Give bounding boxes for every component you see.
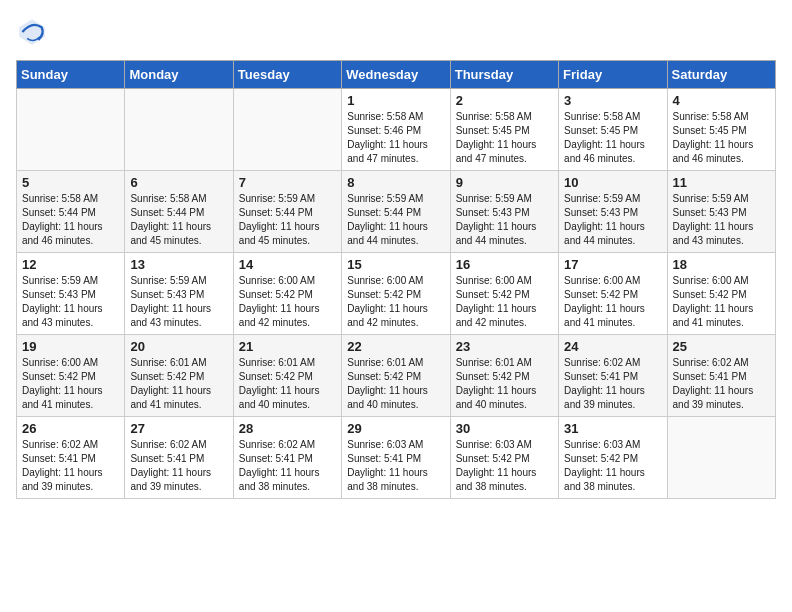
day-info: Sunrise: 5:59 AM Sunset: 5:44 PM Dayligh… xyxy=(347,192,444,248)
calendar-cell: 20Sunrise: 6:01 AM Sunset: 5:42 PM Dayli… xyxy=(125,335,233,417)
calendar-header: SundayMondayTuesdayWednesdayThursdayFrid… xyxy=(17,61,776,89)
calendar-cell: 26Sunrise: 6:02 AM Sunset: 5:41 PM Dayli… xyxy=(17,417,125,499)
day-number: 29 xyxy=(347,421,444,436)
day-number: 18 xyxy=(673,257,770,272)
day-number: 22 xyxy=(347,339,444,354)
day-info: Sunrise: 6:00 AM Sunset: 5:42 PM Dayligh… xyxy=(239,274,336,330)
day-number: 1 xyxy=(347,93,444,108)
calendar-cell: 19Sunrise: 6:00 AM Sunset: 5:42 PM Dayli… xyxy=(17,335,125,417)
calendar-cell: 31Sunrise: 6:03 AM Sunset: 5:42 PM Dayli… xyxy=(559,417,667,499)
calendar-cell: 16Sunrise: 6:00 AM Sunset: 5:42 PM Dayli… xyxy=(450,253,558,335)
calendar-cell: 12Sunrise: 5:59 AM Sunset: 5:43 PM Dayli… xyxy=(17,253,125,335)
day-info: Sunrise: 5:58 AM Sunset: 5:45 PM Dayligh… xyxy=(564,110,661,166)
calendar-cell: 9Sunrise: 5:59 AM Sunset: 5:43 PM Daylig… xyxy=(450,171,558,253)
day-info: Sunrise: 5:59 AM Sunset: 5:43 PM Dayligh… xyxy=(673,192,770,248)
day-info: Sunrise: 5:58 AM Sunset: 5:44 PM Dayligh… xyxy=(22,192,119,248)
day-info: Sunrise: 6:01 AM Sunset: 5:42 PM Dayligh… xyxy=(130,356,227,412)
day-number: 21 xyxy=(239,339,336,354)
day-info: Sunrise: 5:58 AM Sunset: 5:45 PM Dayligh… xyxy=(456,110,553,166)
calendar-cell: 2Sunrise: 5:58 AM Sunset: 5:45 PM Daylig… xyxy=(450,89,558,171)
calendar-cell: 10Sunrise: 5:59 AM Sunset: 5:43 PM Dayli… xyxy=(559,171,667,253)
calendar-cell: 21Sunrise: 6:01 AM Sunset: 5:42 PM Dayli… xyxy=(233,335,341,417)
calendar-body: 1Sunrise: 5:58 AM Sunset: 5:46 PM Daylig… xyxy=(17,89,776,499)
day-info: Sunrise: 6:01 AM Sunset: 5:42 PM Dayligh… xyxy=(239,356,336,412)
day-info: Sunrise: 6:00 AM Sunset: 5:42 PM Dayligh… xyxy=(456,274,553,330)
day-number: 19 xyxy=(22,339,119,354)
day-info: Sunrise: 6:02 AM Sunset: 5:41 PM Dayligh… xyxy=(239,438,336,494)
day-info: Sunrise: 6:00 AM Sunset: 5:42 PM Dayligh… xyxy=(564,274,661,330)
calendar-table: SundayMondayTuesdayWednesdayThursdayFrid… xyxy=(16,60,776,499)
day-number: 6 xyxy=(130,175,227,190)
day-number: 27 xyxy=(130,421,227,436)
day-number: 28 xyxy=(239,421,336,436)
page-header xyxy=(16,16,776,48)
day-number: 4 xyxy=(673,93,770,108)
calendar-cell: 30Sunrise: 6:03 AM Sunset: 5:42 PM Dayli… xyxy=(450,417,558,499)
calendar-cell xyxy=(233,89,341,171)
calendar-cell: 29Sunrise: 6:03 AM Sunset: 5:41 PM Dayli… xyxy=(342,417,450,499)
weekday-header-sunday: Sunday xyxy=(17,61,125,89)
calendar-cell: 22Sunrise: 6:01 AM Sunset: 5:42 PM Dayli… xyxy=(342,335,450,417)
calendar-cell: 6Sunrise: 5:58 AM Sunset: 5:44 PM Daylig… xyxy=(125,171,233,253)
calendar-cell: 7Sunrise: 5:59 AM Sunset: 5:44 PM Daylig… xyxy=(233,171,341,253)
day-number: 16 xyxy=(456,257,553,272)
day-number: 31 xyxy=(564,421,661,436)
calendar-cell: 15Sunrise: 6:00 AM Sunset: 5:42 PM Dayli… xyxy=(342,253,450,335)
calendar-cell: 4Sunrise: 5:58 AM Sunset: 5:45 PM Daylig… xyxy=(667,89,775,171)
day-number: 2 xyxy=(456,93,553,108)
day-number: 9 xyxy=(456,175,553,190)
day-info: Sunrise: 6:00 AM Sunset: 5:42 PM Dayligh… xyxy=(347,274,444,330)
calendar-cell: 27Sunrise: 6:02 AM Sunset: 5:41 PM Dayli… xyxy=(125,417,233,499)
calendar-cell: 3Sunrise: 5:58 AM Sunset: 5:45 PM Daylig… xyxy=(559,89,667,171)
day-number: 14 xyxy=(239,257,336,272)
logo xyxy=(16,16,52,48)
day-info: Sunrise: 6:00 AM Sunset: 5:42 PM Dayligh… xyxy=(22,356,119,412)
calendar-cell: 11Sunrise: 5:59 AM Sunset: 5:43 PM Dayli… xyxy=(667,171,775,253)
day-number: 13 xyxy=(130,257,227,272)
day-number: 7 xyxy=(239,175,336,190)
weekday-header-friday: Friday xyxy=(559,61,667,89)
calendar-week-row: 5Sunrise: 5:58 AM Sunset: 5:44 PM Daylig… xyxy=(17,171,776,253)
day-number: 8 xyxy=(347,175,444,190)
day-info: Sunrise: 6:02 AM Sunset: 5:41 PM Dayligh… xyxy=(130,438,227,494)
day-info: Sunrise: 6:00 AM Sunset: 5:42 PM Dayligh… xyxy=(673,274,770,330)
day-info: Sunrise: 6:01 AM Sunset: 5:42 PM Dayligh… xyxy=(456,356,553,412)
day-info: Sunrise: 5:59 AM Sunset: 5:43 PM Dayligh… xyxy=(564,192,661,248)
calendar-week-row: 1Sunrise: 5:58 AM Sunset: 5:46 PM Daylig… xyxy=(17,89,776,171)
day-info: Sunrise: 6:03 AM Sunset: 5:42 PM Dayligh… xyxy=(456,438,553,494)
weekday-header-wednesday: Wednesday xyxy=(342,61,450,89)
calendar-cell: 23Sunrise: 6:01 AM Sunset: 5:42 PM Dayli… xyxy=(450,335,558,417)
day-info: Sunrise: 5:58 AM Sunset: 5:45 PM Dayligh… xyxy=(673,110,770,166)
calendar-cell: 5Sunrise: 5:58 AM Sunset: 5:44 PM Daylig… xyxy=(17,171,125,253)
calendar-cell: 8Sunrise: 5:59 AM Sunset: 5:44 PM Daylig… xyxy=(342,171,450,253)
weekday-header-thursday: Thursday xyxy=(450,61,558,89)
calendar-week-row: 26Sunrise: 6:02 AM Sunset: 5:41 PM Dayli… xyxy=(17,417,776,499)
weekday-header-monday: Monday xyxy=(125,61,233,89)
calendar-cell xyxy=(125,89,233,171)
calendar-cell: 18Sunrise: 6:00 AM Sunset: 5:42 PM Dayli… xyxy=(667,253,775,335)
day-number: 11 xyxy=(673,175,770,190)
calendar-cell xyxy=(17,89,125,171)
day-info: Sunrise: 6:02 AM Sunset: 5:41 PM Dayligh… xyxy=(564,356,661,412)
day-info: Sunrise: 6:03 AM Sunset: 5:42 PM Dayligh… xyxy=(564,438,661,494)
calendar-week-row: 19Sunrise: 6:00 AM Sunset: 5:42 PM Dayli… xyxy=(17,335,776,417)
day-info: Sunrise: 5:59 AM Sunset: 5:44 PM Dayligh… xyxy=(239,192,336,248)
logo-icon xyxy=(16,16,48,48)
day-number: 23 xyxy=(456,339,553,354)
day-info: Sunrise: 5:59 AM Sunset: 5:43 PM Dayligh… xyxy=(130,274,227,330)
day-info: Sunrise: 5:59 AM Sunset: 5:43 PM Dayligh… xyxy=(22,274,119,330)
calendar-cell: 25Sunrise: 6:02 AM Sunset: 5:41 PM Dayli… xyxy=(667,335,775,417)
weekday-header-tuesday: Tuesday xyxy=(233,61,341,89)
day-number: 15 xyxy=(347,257,444,272)
calendar-cell: 13Sunrise: 5:59 AM Sunset: 5:43 PM Dayli… xyxy=(125,253,233,335)
calendar-cell: 24Sunrise: 6:02 AM Sunset: 5:41 PM Dayli… xyxy=(559,335,667,417)
day-number: 3 xyxy=(564,93,661,108)
day-info: Sunrise: 6:02 AM Sunset: 5:41 PM Dayligh… xyxy=(673,356,770,412)
day-number: 17 xyxy=(564,257,661,272)
calendar-cell: 14Sunrise: 6:00 AM Sunset: 5:42 PM Dayli… xyxy=(233,253,341,335)
day-info: Sunrise: 6:01 AM Sunset: 5:42 PM Dayligh… xyxy=(347,356,444,412)
day-info: Sunrise: 5:58 AM Sunset: 5:44 PM Dayligh… xyxy=(130,192,227,248)
calendar-cell: 17Sunrise: 6:00 AM Sunset: 5:42 PM Dayli… xyxy=(559,253,667,335)
day-number: 26 xyxy=(22,421,119,436)
calendar-cell: 28Sunrise: 6:02 AM Sunset: 5:41 PM Dayli… xyxy=(233,417,341,499)
